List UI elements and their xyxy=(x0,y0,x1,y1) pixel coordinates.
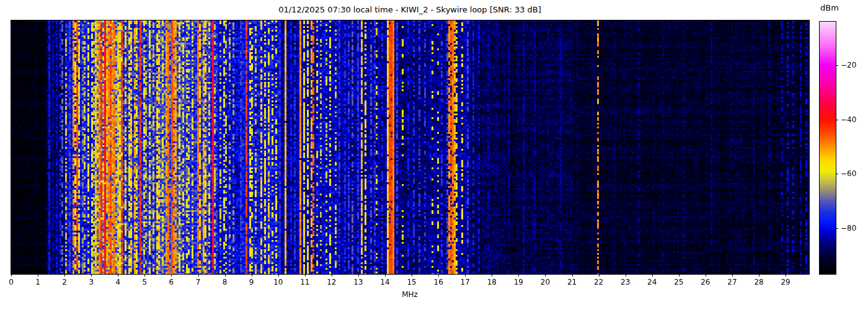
x-tick-label: 2 xyxy=(62,278,67,286)
x-tick-label: 5 xyxy=(143,278,148,286)
colorbar xyxy=(819,21,836,275)
spectrogram-figure: 01/12/2025 07:30 local time - KIWI_2 - S… xyxy=(0,0,868,310)
x-tick-label: 29 xyxy=(781,278,790,286)
x-tick-label: 20 xyxy=(541,278,550,286)
x-tick-label: 7 xyxy=(196,278,201,286)
x-tick-label: 17 xyxy=(461,278,470,286)
x-tick-label: 24 xyxy=(647,278,657,286)
x-tick-label: 15 xyxy=(407,278,416,286)
x-tick-label: 14 xyxy=(380,278,389,286)
colorbar-tick-label: −40 xyxy=(841,115,856,124)
x-tick-label: 26 xyxy=(701,278,710,286)
x-tick-label: 8 xyxy=(223,278,228,286)
x-tick-label: 0 xyxy=(9,278,14,286)
x-tick-label: 12 xyxy=(327,278,336,286)
x-tick-label: 1 xyxy=(35,278,40,286)
x-tick-label: 11 xyxy=(300,278,309,286)
colorbar-gradient xyxy=(820,22,836,274)
x-tick-label: 21 xyxy=(567,278,577,286)
colorbar-tick-label: −80 xyxy=(841,224,856,232)
x-tick-label: 28 xyxy=(754,278,763,286)
x-tick-label: 9 xyxy=(249,278,254,286)
x-tick-label: 16 xyxy=(434,278,443,286)
colorbar-tick-label: −20 xyxy=(841,61,856,69)
x-tick-label: 6 xyxy=(169,278,174,286)
waterfall-plot-area xyxy=(11,20,810,275)
chart-title: 01/12/2025 07:30 local time - KIWI_2 - S… xyxy=(278,5,541,14)
x-axis-label: MHz xyxy=(402,290,418,299)
colorbar-tick-label: −60 xyxy=(841,169,856,178)
x-tick-label: 3 xyxy=(89,278,94,286)
x-tick-label: 27 xyxy=(727,278,737,286)
x-tick-label: 23 xyxy=(621,278,630,286)
x-tick-label: 13 xyxy=(353,278,363,286)
x-tick-label: 19 xyxy=(514,278,523,286)
x-tick-label: 25 xyxy=(674,278,683,286)
x-tick-label: 4 xyxy=(115,278,120,286)
x-tick-label: 18 xyxy=(487,278,497,286)
x-tick-label: 10 xyxy=(273,278,283,286)
x-tick-label: 22 xyxy=(594,278,603,286)
colorbar-unit-label: dBm xyxy=(820,3,839,12)
waterfall-canvas xyxy=(11,20,809,274)
